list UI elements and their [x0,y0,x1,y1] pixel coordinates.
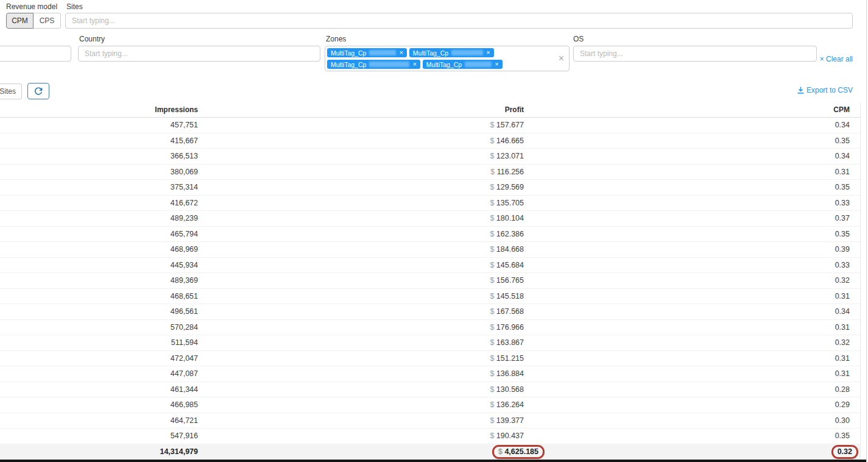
clear-all-label: Clear all [826,55,853,63]
table-row: 464,721$ 139.3770.30 [0,413,860,429]
cell-impressions: 468,969 [0,245,198,254]
os-input[interactable] [573,46,817,62]
table-row: 445,934$ 145.6840.33 [0,258,860,274]
cell-cpm: 0.34 [524,121,850,129]
cell-cpm: 0.29 [524,400,850,409]
zone-chip-label: MultiTag_Cp [331,49,366,57]
currency-symbol: $ [490,230,494,238]
cell-impressions: 447,087 [0,369,198,378]
os-label: OS [573,35,584,43]
cell-cpm: 0.33 [524,199,850,207]
currency-symbol: $ [490,400,494,409]
page-right-edge [866,0,867,462]
cell-impressions: 366,513 [0,152,198,160]
zones-label: Zones [326,35,346,43]
clear-all-link[interactable]: × Clear all [820,55,853,63]
cell-cpm: 0.39 [524,245,850,254]
cell-profit: $ 176.966 [198,323,524,332]
table-row: 461,344$ 130.5680.28 [0,382,860,398]
cell-impressions: 461,344 [0,385,198,394]
cell-profit: $ 157.677 [198,121,524,129]
table-row: 380,069$ 116.2560.31 [0,165,860,180]
cps-toggle-button[interactable]: CPS [34,13,61,29]
cell-impressions: 445,934 [0,261,198,269]
cell-impressions: 375,314 [0,183,198,191]
annotation-cpm-total: 0.32 [831,445,858,459]
cell-cpm: 0.35 [524,230,850,238]
cell-cpm: 0.34 [524,152,850,160]
table-row: 416,672$ 135.7050.33 [0,196,860,211]
currency-symbol: $ [490,416,494,425]
cell-profit: $ 163.867 [198,338,524,347]
chip-remove-icon[interactable]: × [495,61,498,68]
currency-symbol: $ [490,369,494,378]
cell-impressions: 570,284 [0,323,198,332]
cell-profit: $ 116.256 [198,168,524,176]
country-input[interactable] [78,46,320,62]
statistics-page: Revenue model CPM CPS Sites Country Zone… [0,0,868,462]
zone-chip[interactable]: MultiTag_Cp× [409,48,494,57]
sites-tab-button[interactable]: Sites [0,84,22,99]
total-impressions: 14,314,979 [0,447,198,456]
zone-chip[interactable]: MultiTag_Cp× [327,48,407,57]
cell-impressions: 547,916 [0,432,198,440]
cell-impressions: 466,985 [0,400,198,409]
cell-impressions: 489,239 [0,214,198,222]
zone-chip[interactable]: MultiTag_Cp× [423,60,503,69]
cell-cpm: 0.31 [524,369,850,378]
cell-impressions: 472,047 [0,354,198,363]
cell-cpm: 0.31 [524,323,850,332]
table-row: 466,985$ 136.2640.29 [0,397,860,413]
chip-remove-icon[interactable]: × [486,49,490,56]
cell-profit: $ 162.386 [198,230,524,238]
cell-cpm: 0.35 [524,432,850,440]
table-row: 511,594$ 163.8670.32 [0,335,860,351]
currency-symbol: $ [490,199,494,207]
currency-symbol: $ [498,447,503,456]
cell-profit: $ 145.518 [198,292,524,300]
zone-chip-redacted-text [369,62,409,67]
zones-multiselect[interactable]: MultiTag_Cp×MultiTag_Cp×MultiTag_Cp×Mult… [325,46,570,71]
cell-profit: $ 130.568 [198,385,524,394]
table-row: 472,047$ 151.2150.31 [0,351,860,367]
left-cropped-input[interactable] [0,46,71,62]
cell-cpm: 0.30 [524,416,850,425]
chip-remove-icon[interactable]: × [412,61,416,68]
download-icon [797,87,804,94]
cell-cpm: 0.37 [524,214,850,222]
cell-impressions: 511,594 [0,338,198,347]
currency-symbol: $ [490,276,494,285]
table-row: 468,969$ 184.6680.39 [0,242,860,258]
cell-profit: $ 190.437 [198,432,524,440]
cell-impressions: 416,672 [0,199,198,207]
refresh-button[interactable] [27,83,49,99]
zones-chip-area: MultiTag_Cp×MultiTag_Cp×MultiTag_Cp×Mult… [327,48,553,69]
zone-chip[interactable]: MultiTag_Cp× [327,60,420,69]
table-row: 547,916$ 190.4370.35 [0,428,860,444]
cpm-toggle-button[interactable]: CPM [6,13,34,29]
zones-clear-icon[interactable]: × [559,54,564,63]
zone-chip-redacted-text [451,50,483,55]
table-header-row: Impressions Profit CPM [0,102,860,118]
cell-profit: $ 136.264 [198,400,524,409]
cell-profit: $ 135.705 [198,199,524,207]
table-totals-row: 14,314,979 $ 4,625.185 0.32 [0,444,860,460]
cell-profit: $ 146.665 [198,137,524,145]
cell-impressions: 457,751 [0,121,198,129]
currency-symbol: $ [490,323,494,332]
sites-input[interactable] [65,13,853,29]
export-to-csv-link[interactable]: Export to CSV [797,86,853,94]
cell-profit: $ 151.215 [198,354,524,363]
chip-remove-icon[interactable]: × [399,49,403,56]
currency-symbol: $ [490,183,494,191]
currency-symbol: $ [490,261,494,269]
total-profit: 4,625.185 [504,447,538,456]
cell-cpm: 0.32 [524,276,850,285]
currency-symbol: $ [490,432,494,440]
cell-cpm: 0.31 [524,168,850,176]
cell-impressions: 415,667 [0,137,198,145]
table-row: 465,794$ 162.3860.35 [0,227,860,243]
table-row: 489,239$ 180.1040.37 [0,211,860,227]
cell-impressions: 468,651 [0,292,198,300]
cell-profit: $ 139.377 [198,416,524,425]
